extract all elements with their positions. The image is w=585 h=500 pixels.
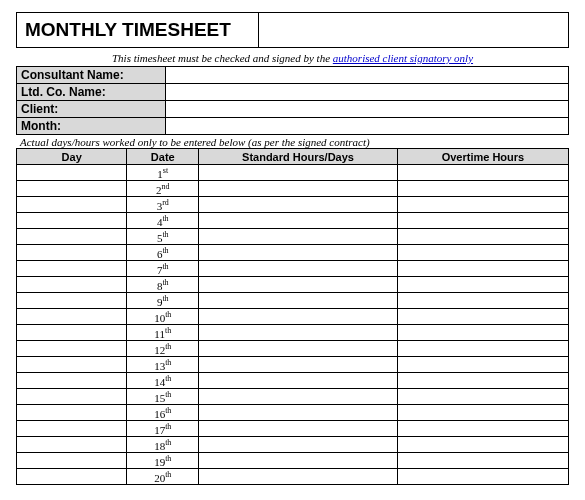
- cell-overtime-hours[interactable]: [397, 373, 568, 389]
- cell-overtime-hours[interactable]: [397, 453, 568, 469]
- cell-standard-hours[interactable]: [199, 453, 398, 469]
- cell-overtime-hours[interactable]: [397, 277, 568, 293]
- cell-day[interactable]: [17, 357, 127, 373]
- cell-standard-hours[interactable]: [199, 197, 398, 213]
- cell-overtime-hours[interactable]: [397, 437, 568, 453]
- cell-day[interactable]: [17, 437, 127, 453]
- cell-day[interactable]: [17, 309, 127, 325]
- cell-day[interactable]: [17, 373, 127, 389]
- table-row: 9th: [17, 293, 569, 309]
- col-ot: Overtime Hours: [397, 149, 568, 165]
- cell-overtime-hours[interactable]: [397, 197, 568, 213]
- cell-overtime-hours[interactable]: [397, 341, 568, 357]
- col-std: Standard Hours/Days: [199, 149, 398, 165]
- cell-overtime-hours[interactable]: [397, 245, 568, 261]
- company-value[interactable]: [166, 84, 569, 101]
- cell-date: 10th: [127, 309, 199, 325]
- consultant-value[interactable]: [166, 67, 569, 84]
- cell-overtime-hours[interactable]: [397, 325, 568, 341]
- cell-standard-hours[interactable]: [199, 213, 398, 229]
- cell-day[interactable]: [17, 293, 127, 309]
- grid-header-row: Day Date Standard Hours/Days Overtime Ho…: [17, 149, 569, 165]
- cell-standard-hours[interactable]: [199, 437, 398, 453]
- cell-day[interactable]: [17, 197, 127, 213]
- month-value[interactable]: [166, 118, 569, 135]
- cell-standard-hours[interactable]: [199, 421, 398, 437]
- cell-date: 2nd: [127, 181, 199, 197]
- cell-standard-hours[interactable]: [199, 373, 398, 389]
- cell-date: 4th: [127, 213, 199, 229]
- client-label: Client:: [17, 101, 166, 118]
- cell-standard-hours[interactable]: [199, 357, 398, 373]
- cell-standard-hours[interactable]: [199, 389, 398, 405]
- table-row: 20th: [17, 469, 569, 485]
- client-value[interactable]: [166, 101, 569, 118]
- notice-text: This timesheet must be checked and signe…: [112, 52, 333, 64]
- cell-overtime-hours[interactable]: [397, 261, 568, 277]
- cell-overtime-hours[interactable]: [397, 421, 568, 437]
- col-date: Date: [127, 149, 199, 165]
- cell-day[interactable]: [17, 453, 127, 469]
- cell-overtime-hours[interactable]: [397, 181, 568, 197]
- cell-date: 18th: [127, 437, 199, 453]
- cell-date: 8th: [127, 277, 199, 293]
- month-label: Month:: [17, 118, 166, 135]
- cell-date: 15th: [127, 389, 199, 405]
- cell-standard-hours[interactable]: [199, 181, 398, 197]
- consultant-label: Consultant Name:: [17, 67, 166, 84]
- cell-day[interactable]: [17, 245, 127, 261]
- cell-date: 6th: [127, 245, 199, 261]
- cell-overtime-hours[interactable]: [397, 213, 568, 229]
- cell-day[interactable]: [17, 165, 127, 181]
- cell-day[interactable]: [17, 469, 127, 485]
- instruction-text: Actual days/hours worked only to be ente…: [16, 135, 569, 148]
- cell-day[interactable]: [17, 389, 127, 405]
- cell-standard-hours[interactable]: [199, 261, 398, 277]
- table-row: 2nd: [17, 181, 569, 197]
- cell-day[interactable]: [17, 261, 127, 277]
- cell-standard-hours[interactable]: [199, 277, 398, 293]
- cell-day[interactable]: [17, 277, 127, 293]
- notice-link: authorised client signatory only: [333, 52, 473, 64]
- cell-date: 20th: [127, 469, 199, 485]
- table-row: 5th: [17, 229, 569, 245]
- cell-overtime-hours[interactable]: [397, 293, 568, 309]
- table-row: 3rd: [17, 197, 569, 213]
- cell-overtime-hours[interactable]: [397, 405, 568, 421]
- header-fields: Consultant Name: Ltd. Co. Name: Client: …: [16, 66, 569, 135]
- page-title: MONTHLY TIMESHEET: [17, 13, 259, 47]
- cell-standard-hours[interactable]: [199, 341, 398, 357]
- cell-day[interactable]: [17, 421, 127, 437]
- cell-standard-hours[interactable]: [199, 165, 398, 181]
- cell-overtime-hours[interactable]: [397, 309, 568, 325]
- table-row: 8th: [17, 277, 569, 293]
- cell-standard-hours[interactable]: [199, 469, 398, 485]
- cell-day[interactable]: [17, 181, 127, 197]
- cell-date: 3rd: [127, 197, 199, 213]
- cell-standard-hours[interactable]: [199, 245, 398, 261]
- cell-date: 11th: [127, 325, 199, 341]
- cell-day[interactable]: [17, 405, 127, 421]
- cell-date: 13th: [127, 357, 199, 373]
- cell-date: 17th: [127, 421, 199, 437]
- company-label: Ltd. Co. Name:: [17, 84, 166, 101]
- cell-overtime-hours[interactable]: [397, 229, 568, 245]
- cell-overtime-hours[interactable]: [397, 165, 568, 181]
- cell-overtime-hours[interactable]: [397, 389, 568, 405]
- table-row: 11th: [17, 325, 569, 341]
- cell-standard-hours[interactable]: [199, 229, 398, 245]
- cell-standard-hours[interactable]: [199, 405, 398, 421]
- cell-date: 14th: [127, 373, 199, 389]
- signatory-notice: This timesheet must be checked and signe…: [16, 48, 569, 66]
- cell-date: 7th: [127, 261, 199, 277]
- cell-standard-hours[interactable]: [199, 309, 398, 325]
- cell-standard-hours[interactable]: [199, 325, 398, 341]
- cell-standard-hours[interactable]: [199, 293, 398, 309]
- cell-day[interactable]: [17, 325, 127, 341]
- cell-day[interactable]: [17, 341, 127, 357]
- cell-day[interactable]: [17, 213, 127, 229]
- cell-overtime-hours[interactable]: [397, 357, 568, 373]
- cell-overtime-hours[interactable]: [397, 469, 568, 485]
- cell-day[interactable]: [17, 229, 127, 245]
- table-row: 7th: [17, 261, 569, 277]
